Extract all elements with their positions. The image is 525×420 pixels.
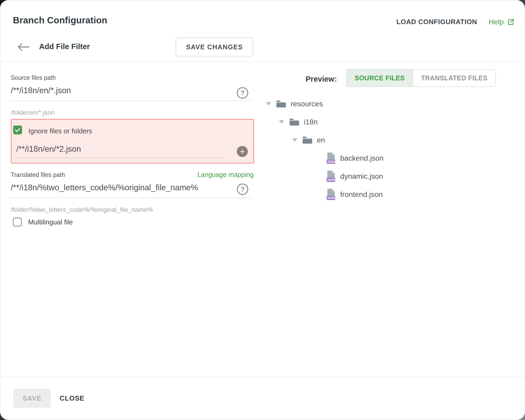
json-file-icon: JSON bbox=[327, 152, 336, 164]
folder-icon bbox=[289, 118, 300, 126]
tree-row-i18n[interactable]: i18n bbox=[263, 113, 499, 131]
ignore-pattern-underline bbox=[16, 158, 226, 158]
translated-path-input[interactable]: /**/i18n/%two_letters_code%/%original_fi… bbox=[11, 183, 198, 192]
source-files-path-label: Source files path bbox=[11, 74, 56, 81]
json-file-icon: JSON bbox=[327, 170, 336, 182]
external-link-icon bbox=[507, 18, 515, 26]
tree-row-en[interactable]: en bbox=[263, 131, 499, 149]
header-actions: LOAD CONFIGURATION Help bbox=[395, 18, 515, 26]
tree-row-backend.json[interactable]: JSONbackend.json bbox=[263, 149, 499, 167]
filter-title: Add File Filter bbox=[39, 42, 90, 51]
tree-row-resources[interactable]: resources bbox=[263, 95, 499, 113]
multilingual-label: Multilingual file bbox=[28, 218, 73, 226]
tree-node-label: dynamic.json bbox=[340, 172, 383, 181]
tree-node-label: frontend.json bbox=[340, 190, 383, 199]
translated-path-header: Translated files path Language mapping bbox=[11, 171, 254, 178]
source-path-input[interactable]: /**/i18n/en/*.json bbox=[11, 86, 71, 95]
plus-icon: + bbox=[240, 146, 245, 156]
preview-tab-source-files[interactable]: SOURCE FILES bbox=[347, 70, 413, 86]
tree-node-label: resources bbox=[291, 100, 323, 108]
tree-node-label: en bbox=[317, 136, 325, 144]
ignore-files-label: Ignore files or folders bbox=[28, 127, 92, 135]
add-ignore-pattern-button[interactable]: + bbox=[237, 146, 248, 157]
translated-path-help-icon[interactable]: ? bbox=[237, 183, 248, 195]
file-tree: resourcesi18nenJSONbackend.jsonJSONdynam… bbox=[263, 95, 499, 203]
source-path-underline bbox=[11, 101, 252, 101]
tree-node-label: i18n bbox=[304, 118, 318, 126]
translated-path-hint: /folder/%two_letters_code%/%original_fil… bbox=[11, 206, 153, 213]
branch-configuration-dialog: Branch Configuration LOAD CONFIGURATION … bbox=[0, 0, 525, 420]
load-configuration-button[interactable]: LOAD CONFIGURATION bbox=[395, 18, 479, 26]
header-divider bbox=[0, 61, 525, 62]
footer-divider bbox=[0, 377, 525, 377]
translated-files-path-label: Translated files path bbox=[11, 171, 65, 178]
multilingual-checkbox[interactable] bbox=[13, 218, 22, 227]
multilingual-row: Multilingual file bbox=[13, 218, 73, 227]
tree-row-dynamic.json[interactable]: JSONdynamic.json bbox=[263, 167, 499, 185]
help-link-label: Help bbox=[489, 18, 504, 26]
folder-icon bbox=[276, 99, 286, 108]
ignore-files-panel: Ignore files or folders /**/i18n/en/*2.j… bbox=[11, 119, 254, 164]
expander-triangle-icon[interactable] bbox=[292, 138, 297, 142]
language-mapping-link[interactable]: Language mapping bbox=[197, 171, 254, 178]
expander-triangle-icon[interactable] bbox=[266, 102, 271, 106]
preview-tab-translated-files[interactable]: TRANSLATED FILES bbox=[413, 70, 495, 86]
svg-text:JSON: JSON bbox=[327, 160, 335, 163]
save-button[interactable]: SAVE bbox=[13, 389, 51, 408]
json-file-icon: JSON bbox=[327, 188, 336, 201]
tree-row-frontend.json[interactable]: JSONfrontend.json bbox=[263, 185, 499, 203]
preview-label: Preview: bbox=[306, 75, 337, 83]
tree-node-label: backend.json bbox=[340, 154, 384, 162]
ignore-files-checkbox[interactable] bbox=[13, 125, 22, 134]
arrow-left-icon bbox=[17, 43, 30, 51]
back-button[interactable] bbox=[17, 42, 30, 52]
translated-path-underline bbox=[11, 198, 252, 198]
help-link[interactable]: Help bbox=[489, 18, 515, 26]
source-path-help-icon[interactable]: ? bbox=[237, 87, 248, 99]
close-button[interactable]: CLOSE bbox=[60, 389, 85, 408]
save-changes-button[interactable]: SAVE CHANGES bbox=[176, 38, 253, 56]
expander-triangle-icon[interactable] bbox=[279, 120, 284, 124]
svg-text:JSON: JSON bbox=[327, 178, 335, 181]
svg-text:JSON: JSON bbox=[327, 196, 335, 200]
page-title: Branch Configuration bbox=[13, 15, 107, 25]
ignore-pattern-input[interactable]: /**/i18n/en/*2.json bbox=[16, 144, 81, 154]
folder-icon bbox=[302, 136, 313, 144]
preview-mode-toggle: SOURCE FILESTRANSLATED FILES bbox=[346, 69, 496, 87]
source-path-hint: /folder/en/*.json bbox=[11, 109, 55, 116]
checkmark-icon bbox=[14, 127, 21, 133]
